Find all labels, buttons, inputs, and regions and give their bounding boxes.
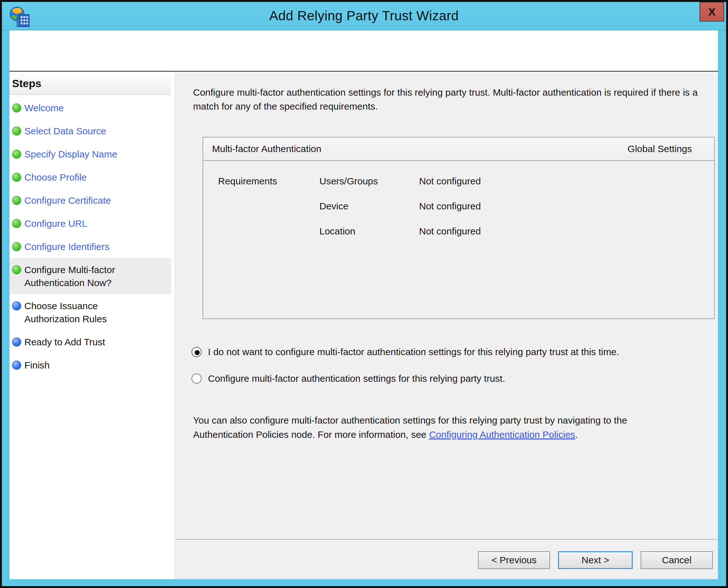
step-label: Ready to Add Trust: [24, 336, 105, 349]
requirement-name: Location: [319, 226, 419, 237]
main-panel: Configure multi-factor authentication se…: [174, 71, 718, 579]
table-header: Multi-factor Authentication Global Setti…: [203, 138, 714, 161]
requirement-name: Device: [319, 201, 419, 212]
step-label: Choose Profile: [24, 171, 87, 184]
step-label: Configure Identifiers: [24, 240, 109, 253]
requirement-value: Not configured: [419, 226, 714, 237]
configuring-authentication-policies-link[interactable]: Configuring Authentication Policies: [429, 429, 575, 440]
step-status-icon: [12, 219, 21, 228]
step-status-icon: [12, 173, 21, 182]
radio-button-icon[interactable]: [192, 374, 202, 384]
requirement-value: Not configured: [419, 176, 714, 187]
table-title: Multi-factor Authentication: [212, 144, 321, 154]
wizard-header-band: [9, 30, 718, 71]
window-frame-right: [718, 30, 726, 586]
note-line2: Authentication Policies node. For more i…: [193, 427, 713, 442]
step-label: Configure URL: [24, 217, 87, 230]
radio-button-icon[interactable]: [192, 347, 202, 357]
step-label: Welcome: [24, 101, 64, 114]
window-frame-bottom: [2, 579, 726, 586]
step-status-icon: [12, 337, 21, 346]
requirement-row: RequirementsUsers/GroupsNot configured: [203, 169, 714, 193]
steps-list: WelcomeSelect Data SourceSpecify Display…: [9, 96, 174, 377]
step-status-icon: [12, 196, 21, 205]
titlebar: Add Relying Party Trust Wizard: [2, 2, 726, 30]
requirement-row: LocationNot configured: [203, 218, 714, 244]
note-line2-suffix: .: [575, 429, 578, 440]
radio-label: I do not want to configure multi-factor …: [208, 346, 619, 357]
footer-buttons: < PreviousNext >Cancel: [478, 551, 713, 569]
step-item-choose-profile[interactable]: Choose Profile: [9, 166, 171, 189]
cancel-button[interactable]: Cancel: [641, 551, 713, 569]
step-label: Specify Display Name: [24, 148, 117, 161]
requirement-row: DeviceNot configured: [203, 193, 714, 218]
window-frame-left: [2, 30, 9, 586]
step-status-icon: [12, 242, 21, 251]
step-label: Choose Issuance Authorization Rules: [24, 299, 151, 326]
step-item-configure-url[interactable]: Configure URL: [9, 212, 171, 235]
step-description: Configure multi-factor authentication se…: [193, 86, 714, 113]
note-line2-prefix: Authentication Policies node. For more i…: [193, 429, 429, 440]
requirement-value: Not configured: [419, 201, 714, 212]
steps-panel: Steps WelcomeSelect Data SourceSpecify D…: [9, 71, 174, 579]
step-status-icon: [12, 265, 21, 274]
close-icon: X: [700, 2, 724, 21]
step-item-specify-display-name[interactable]: Specify Display Name: [9, 143, 171, 166]
step-label: Configure Multi-factor Authentication No…: [24, 263, 151, 289]
previous-button[interactable]: < Previous: [478, 551, 550, 569]
wizard-window: Add Relying Party Trust Wizard X Steps W…: [0, 0, 728, 588]
step-item-configure-certificate[interactable]: Configure Certificate: [9, 189, 171, 212]
step-item-configure-identifiers[interactable]: Configure Identifiers: [9, 235, 171, 258]
step-item-configure-multi-factor-authentication-now: Configure Multi-factor Authentication No…: [9, 258, 171, 294]
note-text: You can also configure multi-factor auth…: [193, 413, 713, 442]
radio-group: I do not want to configure multi-factor …: [192, 346, 711, 384]
close-button[interactable]: X: [700, 2, 724, 22]
step-label: Configure Certificate: [24, 194, 111, 207]
footer-divider: [176, 539, 717, 541]
mfa-settings-table: Multi-factor Authentication Global Setti…: [203, 137, 715, 319]
step-label: Finish: [24, 359, 50, 372]
step-item-ready-to-add-trust: Ready to Add Trust: [9, 331, 171, 354]
requirement-name: Users/Groups: [319, 176, 419, 187]
step-item-choose-issuance-authorization-rules: Choose Issuance Authorization Rules: [9, 294, 171, 331]
step-status-icon: [12, 149, 21, 159]
note-line1: You can also configure multi-factor auth…: [193, 413, 713, 427]
window-title: Add Relying Party Trust Wizard: [2, 2, 726, 30]
table-body: RequirementsUsers/GroupsNot configuredDe…: [203, 161, 714, 244]
step-label: Select Data Source: [24, 125, 106, 138]
step-item-welcome[interactable]: Welcome: [9, 96, 171, 120]
step-status-icon: [12, 126, 21, 135]
radio-option[interactable]: Configure multi-factor authentication se…: [192, 373, 711, 384]
radio-option[interactable]: I do not want to configure multi-factor …: [192, 346, 711, 357]
steps-heading: Steps: [9, 71, 171, 95]
requirements-label: Requirements: [218, 176, 319, 187]
step-item-finish: Finish: [9, 354, 171, 377]
step-status-icon: [12, 301, 21, 311]
step-item-select-data-source[interactable]: Select Data Source: [9, 120, 171, 143]
global-settings-label: Global Settings: [628, 144, 692, 154]
step-status-icon: [12, 103, 21, 112]
next-button[interactable]: Next >: [558, 551, 633, 569]
radio-label: Configure multi-factor authentication se…: [208, 373, 505, 384]
step-status-icon: [12, 360, 21, 370]
